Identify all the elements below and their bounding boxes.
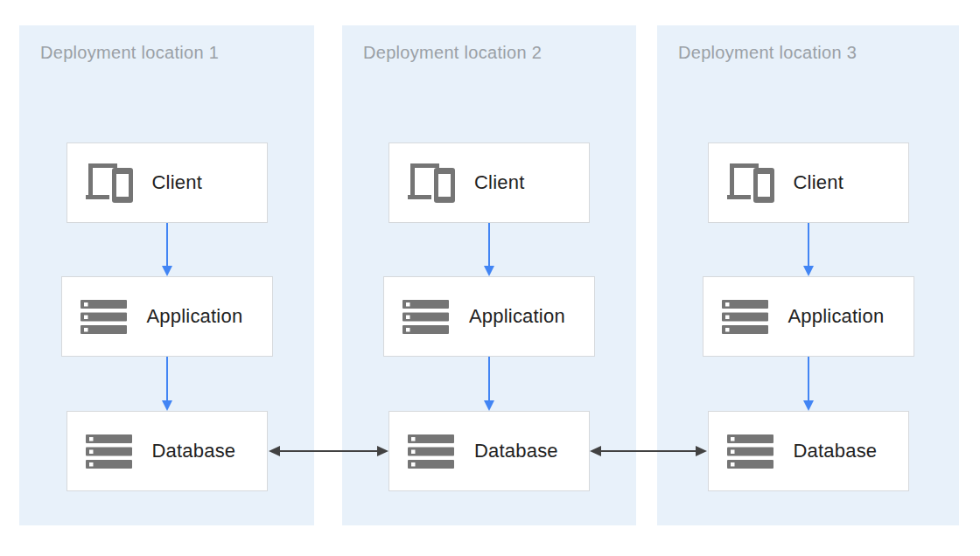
flow-arrow-application-to-database — [484, 357, 494, 411]
arrow-head-right — [696, 446, 707, 456]
arrow-head-down — [162, 400, 172, 411]
arrow-shaft — [808, 223, 809, 267]
arrow-head-right — [377, 446, 388, 456]
server-stack-icon — [402, 300, 450, 334]
application-node: Application — [61, 276, 273, 357]
arrow-shaft — [808, 357, 809, 401]
panel-title: Deployment location 1 — [40, 43, 219, 63]
node-label: Client — [794, 171, 844, 194]
flow-arrow-client-to-application — [803, 223, 814, 276]
node-label: Database — [794, 440, 878, 462]
server-stack-icon — [722, 300, 769, 334]
node-label: Database — [474, 440, 558, 462]
node-label: Application — [469, 305, 565, 328]
client-node: Client — [388, 142, 590, 223]
database-node: Database — [388, 411, 590, 491]
node-label: Client — [152, 171, 202, 194]
replication-arrow-db2-db3 — [590, 446, 707, 456]
arrow-head-down — [803, 400, 814, 411]
database-node: Database — [708, 411, 909, 491]
arrow-head-down — [484, 400, 494, 411]
arrow-head-down — [484, 266, 494, 276]
flow-arrow-client-to-application — [162, 223, 172, 276]
arrow-shaft — [166, 357, 168, 401]
node-label: Database — [152, 440, 236, 462]
server-stack-icon — [727, 434, 774, 469]
server-stack-icon — [408, 434, 455, 469]
devices-icon — [727, 163, 774, 203]
arrow-shaft — [278, 450, 379, 452]
application-node: Application — [703, 276, 914, 357]
flow-arrow-application-to-database — [803, 357, 814, 411]
node-label: Application — [147, 305, 243, 328]
replication-arrow-db1-db2 — [269, 446, 388, 456]
panel-title: Deployment location 2 — [363, 43, 542, 63]
arrow-shaft — [166, 223, 168, 267]
flow-arrow-client-to-application — [484, 223, 494, 276]
client-node: Client — [708, 142, 909, 223]
arrow-head-down — [162, 266, 172, 276]
database-node: Database — [66, 411, 268, 491]
node-label: Client — [474, 171, 524, 194]
client-node: Client — [66, 142, 268, 223]
architecture-diagram: Deployment location 1 Client — [0, 0, 980, 556]
node-label: Application — [788, 305, 885, 328]
server-stack-icon — [86, 434, 133, 469]
devices-icon — [408, 163, 455, 203]
server-stack-icon — [80, 300, 128, 334]
panel-title: Deployment location 3 — [678, 43, 857, 63]
arrow-shaft — [488, 357, 490, 401]
devices-icon — [86, 163, 133, 203]
arrow-shaft — [488, 223, 490, 267]
arrow-shaft — [599, 450, 697, 452]
flow-arrow-application-to-database — [162, 357, 172, 411]
arrow-head-down — [803, 266, 814, 276]
application-node: Application — [383, 276, 595, 357]
